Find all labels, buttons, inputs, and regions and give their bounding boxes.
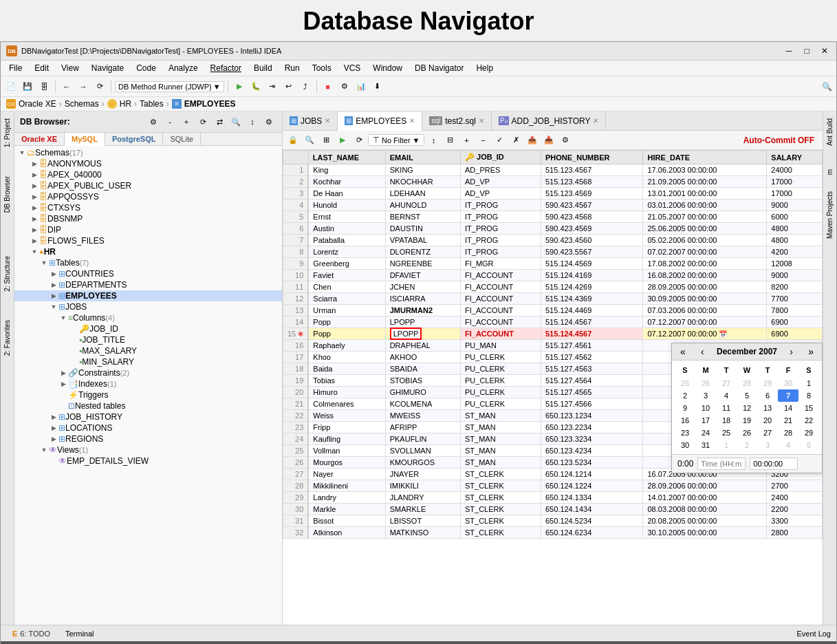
dbsnmp-toggle[interactable]: ▶ — [30, 214, 39, 224]
tree-min-salary[interactable]: ▪ MIN_SALARY — [14, 356, 282, 367]
table-view-btn[interactable]: ⊞ — [318, 133, 334, 147]
ctxsys-toggle[interactable]: ▶ — [30, 203, 39, 213]
tree-departments[interactable]: ▶ ⊞ DEPARTMENTS — [14, 279, 282, 290]
calendar-icon[interactable]: 📅 — [719, 330, 727, 338]
save-btn[interactable]: 💾 — [20, 79, 35, 94]
play-btn[interactable]: ▶ — [335, 133, 350, 147]
tab-add-job-history[interactable]: P₀ ADD_JOB_HISTORY ✕ — [492, 111, 607, 130]
sidebar-sync-btn[interactable]: ⇄ — [212, 114, 227, 129]
tree-regions[interactable]: ▶ ⊞ REGIONS — [14, 433, 282, 444]
tree-max-salary[interactable]: ▪ MAX_SALARY — [14, 345, 282, 356]
table-row[interactable]: 13UrmanJMURMAN2FI_ACCOUNT515.124.446907.… — [283, 305, 823, 316]
cal-day[interactable]: 21 — [778, 414, 798, 427]
cal-day[interactable]: 26 — [695, 377, 716, 389]
cal-day[interactable]: 28 — [778, 427, 798, 439]
sidebar-config-btn[interactable]: ⚙ — [261, 114, 276, 129]
runner-dropdown[interactable]: DB Method Runner (JDWP) ▼ — [115, 81, 224, 92]
tree-dbsnmp[interactable]: ▶ 🗄 DBSNMP — [14, 213, 282, 224]
tree-hr-tables[interactable]: ▼ ⊞ Tables (7) — [14, 257, 282, 268]
hr-toggle[interactable]: ▼ — [30, 247, 39, 257]
email-inline-input[interactable]: LPOPP — [390, 328, 422, 340]
tree-appqossys[interactable]: ▶ 🗄 APPQOSSYS — [14, 191, 282, 202]
cal-day[interactable]: 9 — [675, 402, 695, 414]
cal-day[interactable]: 2 — [675, 389, 695, 402]
tab-test2sql-close[interactable]: ✕ — [479, 117, 484, 125]
jobs-toggle[interactable]: ▼ — [49, 302, 58, 312]
menu-view[interactable]: View — [56, 62, 85, 74]
cal-day[interactable]: 5 — [798, 439, 819, 451]
breadcrumb-hr[interactable]: HR — [120, 99, 131, 109]
cal-day[interactable]: 30 — [675, 439, 695, 451]
tree-ctxsys[interactable]: ▶ 🗄 CTXSYS — [14, 202, 282, 213]
col-header-job-id[interactable]: 🔑 JOB_ID — [461, 151, 541, 164]
commit-btn[interactable]: ✓ — [492, 133, 507, 147]
menu-help[interactable]: Help — [470, 62, 499, 74]
breadcrumb-schemas[interactable]: Schemas — [65, 99, 99, 109]
sync-btn[interactable]: ⟳ — [92, 79, 107, 94]
cal-day[interactable]: 11 — [716, 402, 737, 414]
table-row[interactable]: 14PoppLPOPPFI_ACCOUNT515.124.456707.12.2… — [283, 316, 823, 328]
sidebar-tab-structure[interactable]: 2: Structure — [2, 252, 12, 296]
sidebar-tab-favorites[interactable]: 2: Favorites — [2, 316, 12, 360]
sidebar-collapse-btn[interactable]: - — [162, 114, 177, 129]
tree-jobs-constraints[interactable]: ▶ 🔗 Constraints (2) — [14, 367, 282, 378]
cal-day[interactable]: 5 — [737, 389, 757, 402]
tool3-btn[interactable]: ⬇ — [370, 79, 385, 94]
cal-day[interactable]: 4 — [778, 439, 798, 451]
cal-day[interactable]: 4 — [716, 389, 737, 402]
cal-day[interactable]: 15 — [798, 402, 819, 414]
cal-day[interactable]: 12 — [737, 402, 757, 414]
search-icon[interactable]: 🔍 — [820, 80, 834, 94]
tree-jobs-triggers[interactable]: ⚡ Triggers — [14, 389, 282, 400]
cal-day[interactable]: 6 — [757, 389, 778, 402]
stop-btn[interactable]: ■ — [320, 79, 336, 94]
menu-window[interactable]: Window — [367, 62, 408, 74]
jobs-columns-toggle[interactable]: ▼ — [58, 313, 68, 323]
tree-jobs-nested-tables[interactable]: ⊡ Nested tables — [14, 400, 282, 411]
cal-time-hint[interactable] — [697, 458, 746, 470]
tree-job-title[interactable]: ▪ JOB_TITLE — [14, 334, 282, 345]
cal-day[interactable]: 25 — [716, 427, 737, 439]
menu-file[interactable]: File — [3, 62, 28, 74]
tab-add-job-close[interactable]: ✕ — [593, 117, 598, 125]
save-all-btn[interactable]: 🗄 — [36, 79, 52, 94]
sidebar-add-btn[interactable]: + — [179, 114, 194, 129]
tree-countries[interactable]: ▶ ⊞ COUNTRIES — [14, 268, 282, 279]
search-data-btn[interactable]: 🔍 — [302, 133, 317, 147]
delete-row-btn[interactable]: − — [475, 133, 490, 147]
table-row[interactable]: 31BissotLBISSOTST_CLERK650.124.523420.08… — [283, 515, 823, 527]
tree-anonymous[interactable]: ▶ 🗄 ANONYMOUS — [14, 158, 282, 169]
apex040000-toggle[interactable]: ▶ — [30, 170, 39, 180]
table-row[interactable]: 1KingSKINGAD_PRES515.123.456717.06.2003 … — [283, 164, 823, 176]
cal-day[interactable]: 8 — [798, 389, 819, 402]
cal-day[interactable]: 17 — [695, 414, 716, 427]
cal-day[interactable]: 28 — [737, 377, 757, 389]
regions-toggle[interactable]: ▶ — [49, 434, 58, 444]
cal-day[interactable]: 2 — [737, 439, 757, 451]
new-btn[interactable]: 📄 — [3, 79, 19, 94]
cal-day[interactable]: 24 — [695, 427, 716, 439]
table-row[interactable]: 2KochharNKOCHHARAD_VP515.123.456821.09.2… — [283, 176, 823, 188]
sidebar-settings-btn[interactable]: ⚙ — [146, 114, 161, 129]
table-row[interactable]: 10FavietDFAVIETFI_ACCOUNT515.124.416916.… — [283, 270, 823, 281]
tree-apex040000[interactable]: ▶ 🗄 APEX_040000 — [14, 169, 282, 180]
flows-files-toggle[interactable]: ▶ — [30, 236, 39, 246]
tree-employees[interactable]: ▶ ⊞ EMPLOYEES — [14, 290, 282, 301]
export-btn[interactable]: 📤 — [525, 133, 540, 147]
menu-vcs[interactable]: VCS — [338, 62, 367, 74]
table-row[interactable]: 9GreenbergNGREENBEFI_MGR515.124.456917.0… — [283, 258, 823, 270]
tab-jobs[interactable]: ⊞ JOBS ✕ — [283, 111, 338, 130]
event-log-btn[interactable]: Event Log — [796, 630, 831, 638]
table-row[interactable]: 12SciarraISCIARRAFI_ACCOUNT515.124.43693… — [283, 293, 823, 305]
col-header-phone[interactable]: PHONE_NUMBER — [541, 151, 643, 164]
cal-day[interactable]: 14 — [778, 402, 798, 414]
apex-public-user-toggle[interactable]: ▶ — [30, 181, 39, 191]
breadcrumb-tables[interactable]: Tables — [140, 99, 164, 109]
cal-day[interactable]: 23 — [675, 427, 695, 439]
db-tab-postgres[interactable]: PostgreSQL — [105, 133, 164, 145]
tree-schemas[interactable]: ▼ 🗂 Schemas (17) — [14, 147, 282, 158]
cal-day[interactable]: 3 — [695, 389, 716, 402]
tool1-btn[interactable]: ⚙ — [337, 79, 352, 94]
menu-dbnavigator[interactable]: DB Navigator — [409, 62, 469, 74]
table-row[interactable]: 32AtkinsonMATKINSOST_CLERK650.124.623430… — [283, 527, 823, 539]
